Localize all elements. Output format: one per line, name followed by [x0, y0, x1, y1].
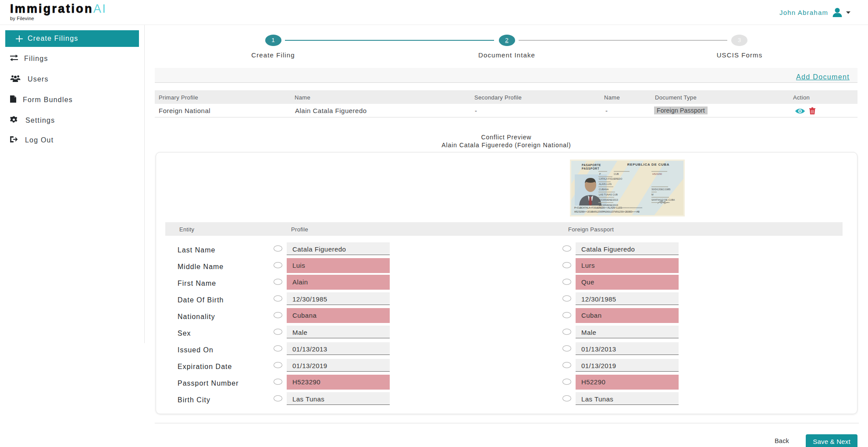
svg-text:13/JAN/ENE/2019: 13/JAN/ENE/2019 — [599, 204, 618, 206]
svg-text:P<CUBCATALA<FIGUEREDO<<ALAIN<L: P<CUBCATALA<FIGUEREDO<<ALAIN<LUIS<<<<<<<… — [574, 206, 643, 209]
svg-text:LAS TUNAS CUB: LAS TUNAS CUB — [599, 193, 618, 196]
svg-text:13/JAN/ENE/2013: 13/JAN/ENE/2013 — [599, 199, 618, 201]
svg-text:CATALA FIGUEREDO: CATALA FIGUEREDO — [599, 177, 622, 180]
svg-text:H523290<<2CUB8512305M190113785: H523290<<2CUB8512305M1901137851230<2E0B3… — [574, 210, 640, 213]
svg-text:H523290: H523290 — [652, 173, 662, 175]
svg-text:PASSPORT: PASSPORT — [582, 167, 599, 170]
svg-text:REPUBLICA DE CUBA: REPUBLICA DE CUBA — [627, 163, 669, 167]
svg-text:M: M — [651, 193, 654, 196]
svg-text:CUBANA: CUBANA — [599, 188, 609, 191]
svg-text:SANTIAGO DE CUBA: SANTIAGO DE CUBA — [651, 199, 675, 201]
svg-text:30/DIC/DEC/1985: 30/DIC/DEC/1985 — [651, 188, 670, 191]
svg-text:P: P — [599, 173, 601, 175]
svg-text:PASAPORTE: PASAPORTE — [582, 163, 601, 167]
svg-text:ALAIN LUIS: ALAIN LUIS — [599, 183, 612, 185]
svg-text:CUB: CUB — [614, 173, 619, 175]
